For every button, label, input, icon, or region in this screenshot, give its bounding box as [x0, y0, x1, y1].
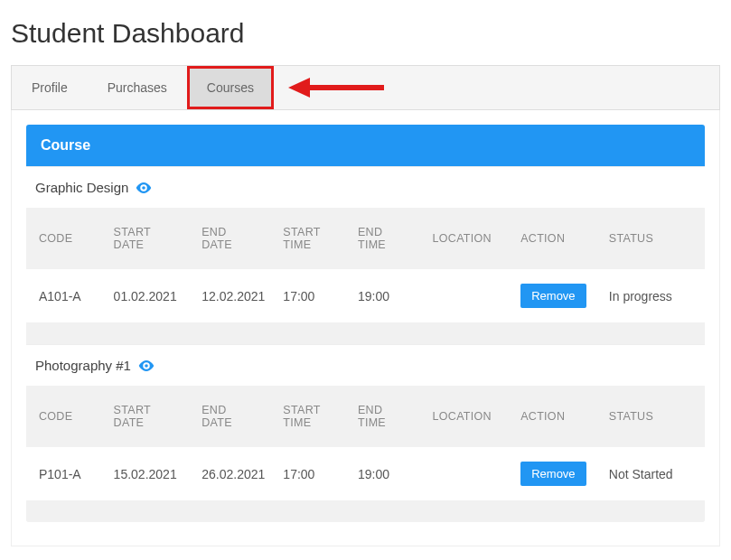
tab-courses[interactable]: Courses [187, 66, 274, 109]
col-end-time: END TIME [345, 386, 420, 447]
tab-profile[interactable]: Profile [12, 66, 88, 109]
course-table: CODE START DATE END DATE START TIME END … [26, 208, 705, 344]
cell-end-date: 12.02.2021 [189, 269, 270, 322]
cell-code: A101-A [26, 269, 101, 322]
col-status: STATUS [596, 386, 705, 447]
course-block: Graphic Design CODE START DATE [26, 166, 705, 344]
course-panel: Course Graphic Design [26, 125, 705, 522]
eye-icon[interactable] [136, 182, 152, 193]
col-start-time: START TIME [270, 386, 345, 447]
panel-header: Course [26, 125, 705, 166]
cell-location [420, 269, 509, 322]
course-title: Photography #1 [26, 345, 705, 386]
course-title: Graphic Design [26, 167, 705, 208]
cell-action: Remove [508, 269, 596, 322]
tabs-bar: Profile Purchases Courses [11, 65, 720, 110]
cell-status: Not Started [596, 447, 705, 500]
col-end-date: END DATE [189, 208, 270, 269]
cell-status: In progress [596, 269, 705, 322]
col-start-time: START TIME [270, 208, 345, 269]
cell-end-date: 26.02.2021 [189, 447, 270, 500]
col-end-date: END DATE [189, 386, 270, 447]
remove-button[interactable]: Remove [520, 462, 586, 486]
table-header-row: CODE START DATE END DATE START TIME END … [26, 208, 705, 269]
col-location: LOCATION [420, 208, 509, 269]
content-area: Course Graphic Design [11, 110, 720, 546]
course-block: Photography #1 CODE START DATE [26, 344, 705, 522]
svg-point-2 [143, 186, 146, 190]
annotation-arrow [286, 66, 386, 109]
svg-marker-1 [288, 78, 310, 98]
col-start-date: START DATE [101, 208, 190, 269]
remove-button[interactable]: Remove [520, 284, 586, 308]
tab-purchases[interactable]: Purchases [88, 66, 187, 109]
col-status: STATUS [596, 208, 705, 269]
col-action: ACTION [508, 208, 596, 269]
cell-end-time: 19:00 [345, 447, 420, 500]
cell-code: P101-A [26, 447, 101, 500]
cell-action: Remove [508, 447, 596, 500]
course-table: CODE START DATE END DATE START TIME END … [26, 386, 705, 522]
col-end-time: END TIME [345, 208, 420, 269]
cell-location [420, 447, 509, 500]
table-header-row: CODE START DATE END DATE START TIME END … [26, 386, 705, 447]
course-name: Graphic Design [35, 180, 128, 195]
col-start-date: START DATE [101, 386, 190, 447]
col-code: CODE [26, 208, 101, 269]
cell-start-date: 15.02.2021 [101, 447, 190, 500]
cell-start-time: 17:00 [270, 447, 345, 500]
cell-start-date: 01.02.2021 [101, 269, 190, 322]
page-title: Student Dashboard [11, 18, 720, 49]
table-row: P101-A 15.02.2021 26.02.2021 17:00 19:00… [26, 447, 705, 500]
course-name: Photography #1 [35, 358, 131, 373]
spacer-row [26, 322, 705, 344]
svg-point-3 [145, 364, 148, 368]
spacer-row [26, 500, 705, 522]
table-row: A101-A 01.02.2021 12.02.2021 17:00 19:00… [26, 269, 705, 322]
col-action: ACTION [508, 386, 596, 447]
col-code: CODE [26, 386, 101, 447]
cell-start-time: 17:00 [270, 269, 345, 322]
cell-end-time: 19:00 [345, 269, 420, 322]
col-location: LOCATION [420, 386, 509, 447]
eye-icon[interactable] [138, 360, 155, 371]
